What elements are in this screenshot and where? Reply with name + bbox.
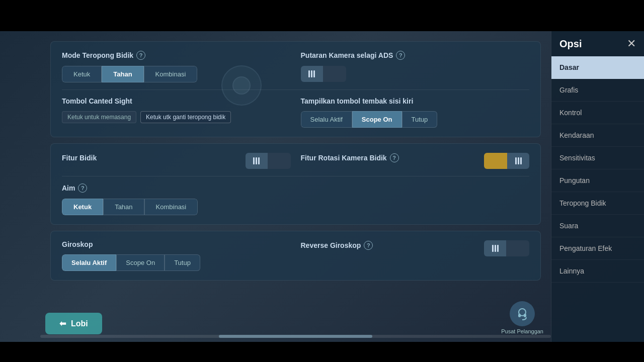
fb-slider-dark [268,153,291,169]
left-shoot-right: Tampilkan tombol tembak sisi kiri Selalu… [301,97,530,128]
section-canted-row: Tombol Canted Sight Ketuk untuk memasang… [62,97,529,128]
rg-line1 [492,245,494,252]
fitur-bidik-label: Fitur Bidik [62,154,97,162]
btn-tutup-1[interactable]: Tutup [402,111,438,128]
aim-btn-kombinasi[interactable]: Kombinasi [144,199,198,215]
fitur-row: Fitur Bidik [62,153,529,169]
slider-lines [301,66,323,82]
section1-left: Mode Teropong Bidik ? Ketuk Tahan Kombin… [62,51,291,82]
rg-line2 [495,245,496,252]
putaran-kamera-question-icon[interactable]: ? [396,51,405,60]
btn-tahan[interactable]: Tahan [102,66,143,82]
main-content: Mode Teropong Bidik ? Ketuk Tahan Kombin… [40,31,551,342]
fitur-rotasi-row: Fitur Rotasi Kamera Bidik ? [301,153,530,169]
sidebar-item-suara[interactable]: Suara [551,215,644,237]
letterbox-top [0,0,644,31]
canted-tag2: Ketuk utk ganti teropong bidik [140,111,231,123]
divider2 [62,176,529,176]
fitur-rotasi-label: Fitur Rotasi Kamera Bidik ? [301,153,399,162]
fb-line1 [253,157,255,164]
rot-line3 [520,157,522,164]
aim-btn-group: Ketuk Tahan Kombinasi [62,199,198,215]
giroskop-label: Giroskop [62,240,291,248]
section-giroskop: Giroskop Selalu Aktif Scope On Tutup Rev… [50,231,541,281]
canted-info: Ketuk untuk memasang Ketuk utk ganti ter… [62,111,291,123]
close-button[interactable]: ✕ [627,37,636,50]
canted-tag1: Ketuk untuk memasang [62,111,136,123]
fitur-rotasi-question-icon[interactable]: ? [390,153,399,162]
fitur-bidik-left: Fitur Bidik [62,153,291,169]
giroskop-btn-group: Selalu Aktif Scope On Tutup [62,254,291,271]
sidebar: Opsi ✕ Dasar Grafis Kontrol Kendaraan Se… [551,31,644,342]
aim-question-icon[interactable]: ? [78,184,87,193]
giro-btn-tutup[interactable]: Tutup [165,254,200,271]
sidebar-item-kendaraan[interactable]: Kendaraan [551,124,644,147]
btn-ketuk[interactable]: Ketuk [62,66,102,82]
fb-line2 [256,157,257,164]
section-mode-teropong: Mode Teropong Bidik ? Ketuk Tahan Kombin… [50,41,541,137]
letterbox-bottom [0,342,644,362]
fitur-rotasi-right: Fitur Rotasi Kamera Bidik ? [301,153,530,169]
reverse-giroskop-label: Reverse Giroskop ? [301,241,373,250]
fb-line3 [258,157,260,164]
giro-btn-scope-on[interactable]: Scope On [116,254,165,271]
line1 [308,70,310,77]
reverse-giroskop-toggle[interactable] [484,240,529,256]
sidebar-item-pengaturan-efek[interactable]: Pengaturan Efek [551,237,644,260]
mode-teropong-btn-group: Ketuk Tahan Kombinasi [62,66,197,82]
sidebar-item-sensitivitas[interactable]: Sensitivitas [551,147,644,169]
canted-left: Tombol Canted Sight Ketuk untuk memasang… [62,97,291,128]
reverse-giroskop-question-icon[interactable]: ? [364,241,373,250]
section-fitur-bidik: Fitur Bidik [50,143,541,225]
reverse-giroskop-right: Reverse Giroskop ? [301,240,530,271]
screen: Opsi ✕ Dasar Grafis Kontrol Kendaraan Se… [0,0,644,362]
sidebar-item-teropong-bidik[interactable]: Teropong Bidik [551,192,644,215]
mode-teropong-question-icon[interactable]: ? [136,51,145,60]
giro-btn-selalu-aktif[interactable]: Selalu Aktif [62,254,116,271]
gold-part [484,153,507,169]
sidebar-header: Opsi ✕ [551,31,644,56]
canted-sight-label: Tombol Canted Sight [62,97,291,105]
line2 [311,70,312,77]
sidebar-item-dasar[interactable]: Dasar [551,56,644,79]
putaran-kamera-toggle[interactable] [301,66,346,82]
sidebar-item-grafis[interactable]: Grafis [551,79,644,102]
sidebar-items: Dasar Grafis Kontrol Kendaraan Sensitivi… [551,56,644,342]
btn-scope-on-1[interactable]: Scope On [352,111,402,128]
fitur-bidik-toggle[interactable] [246,153,291,169]
rg-slider-dark [506,240,529,256]
aim-label: Aim ? [62,184,529,193]
fitur-bidik-row: Fitur Bidik [62,153,291,169]
rot-line1 [515,157,517,164]
rg-line3 [497,245,499,252]
fitur-rotasi-slider[interactable] [484,153,529,169]
line3 [313,70,315,77]
bottom-scrollbar[interactable] [40,335,551,338]
rotasi-lines [507,153,529,169]
fb-slider-lines [246,153,268,169]
aim-btn-ketuk[interactable]: Ketuk [62,199,103,215]
section1-row: Mode Teropong Bidik ? Ketuk Tahan Kombin… [62,51,529,82]
sidebar-item-kontrol[interactable]: Kontrol [551,102,644,124]
sidebar-item-lainnya[interactable]: Lainnya [551,260,644,283]
reverse-giroskop-row: Reverse Giroskop ? [301,240,530,256]
sidebar-title: Opsi [559,38,582,50]
scroll-thumb [219,335,372,338]
aim-btn-tahan[interactable]: Tahan [103,199,144,215]
giroskop-left: Giroskop Selalu Aktif Scope On Tutup [62,240,291,271]
btn-selalu-aktif-1[interactable]: Selalu Aktif [301,111,352,128]
aim-left: Aim ? Ketuk Tahan Kombinasi [62,184,529,215]
sidebar-item-pungutan[interactable]: Pungutan [551,169,644,192]
divider1 [62,89,529,90]
putaran-kamera-label: Putaran Kamera selagi ADS ? [301,51,530,60]
mode-teropong-label: Mode Teropong Bidik ? [62,51,291,60]
rg-slider-lines [484,240,506,256]
rot-line2 [518,157,519,164]
giroskop-row: Giroskop Selalu Aktif Scope On Tutup Rev… [62,240,529,271]
tampilkan-btn-group: Selalu Aktif Scope On Tutup [301,111,530,128]
slider-dark [323,66,346,82]
section1-right: Putaran Kamera selagi ADS ? [301,51,530,82]
aim-row: Aim ? Ketuk Tahan Kombinasi [62,184,529,215]
tampilkan-tombol-label: Tampilkan tombol tembak sisi kiri [301,97,530,105]
btn-kombinasi[interactable]: Kombinasi [144,66,198,82]
